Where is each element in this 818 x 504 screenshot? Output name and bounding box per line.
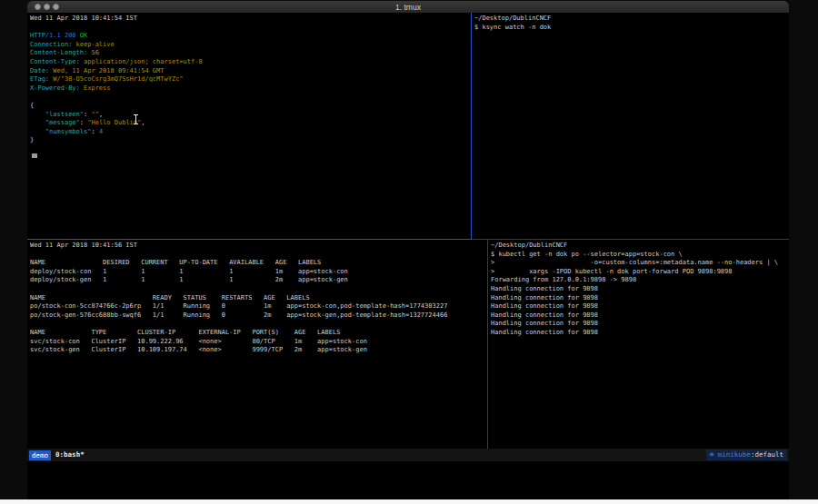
pane-timestamp: Wed 11 Apr 2018 10:41:56 IST	[30, 242, 487, 251]
pane-divider-vertical-bottom[interactable]	[487, 240, 488, 449]
deploy-table-row: deploy/stock-con 1 1 1 1 1m app=stock-co…	[30, 268, 487, 277]
window-titlebar[interactable]: 1. tmux	[27, 1, 789, 13]
svc-table-row: svc/stock-con ClusterIP 10.99.222.96 <no…	[30, 338, 487, 347]
kube-namespace: :default	[751, 450, 783, 459]
session-name-badge: demo	[29, 450, 51, 460]
desktop: 1. tmux Wed 11 Apr 2018 10:41:54 IST HTT…	[0, 0, 818, 504]
connection-line: Handling connection for 9898	[491, 311, 789, 321]
pod-table-row: po/stock-gen-576cc688bb-swqf6 1/1 Runnin…	[30, 311, 487, 321]
status-left: demo 0:bash*	[29, 449, 85, 461]
cwd-line: ~/Desktop/DublinCNCF	[491, 242, 789, 251]
pod-table-header: NAME READY STATUS RESTARTS AGE LABELS	[30, 294, 487, 303]
kube-context: minikube	[718, 450, 751, 459]
svc-table-header: NAME TYPE CLUSTER-IP EXTERNAL-IP PORT(S)…	[30, 329, 487, 338]
kubernetes-icon: ☸	[710, 450, 714, 459]
http-header: ETag: W/"38-O5coCsrg3mQ7SsHr1d/qcMTwYZc"	[30, 75, 471, 84]
status-right: ☸ minikube:default	[706, 450, 787, 460]
terminal-window: 1. tmux Wed 11 Apr 2018 10:41:54 IST HTT…	[27, 1, 789, 499]
pane-kubectl-resources[interactable]: Wed 11 Apr 2018 10:41:56 IST NAME DESIRE…	[27, 240, 487, 449]
pane-timestamp: Wed 11 Apr 2018 10:41:54 IST	[30, 15, 471, 24]
tmux-status-bar: demo 0:bash* ☸ minikube:default	[27, 449, 789, 461]
forwarding-line: Forwarding from 127.0.0.1:9898 -> 9898	[491, 276, 789, 285]
deploy-table-header: NAME DESIRED CURRENT UP-TO-DATE AVAILABL…	[30, 259, 487, 268]
pane-divider-horizontal[interactable]	[472, 239, 789, 240]
pane-ksync[interactable]: ~/Desktop/DublinCNCF $ ksync watch -n do…	[472, 13, 789, 239]
http-header: X-Powered-By: Express	[30, 84, 471, 94]
page-bottom-strip	[0, 499, 818, 504]
pod-table-row: po/stock-con-5cc874766c-2p6rp 1/1 Runnin…	[30, 302, 487, 311]
json-brace-close: }	[30, 136, 471, 145]
deploy-table-row: deploy/stock-gen 1 1 1 1 2m app=stock-ge…	[30, 276, 487, 285]
pane-http-response[interactable]: Wed 11 Apr 2018 10:41:54 IST HTTP/1.1 20…	[27, 13, 471, 239]
http-status-line: HTTP/1.1 200 OK	[30, 32, 471, 41]
http-header: Connection: keep-alive	[30, 41, 471, 50]
mouse-ibeam-cursor	[133, 114, 139, 124]
http-header: Date: Wed, 11 Apr 2018 09:41:54 GMT	[30, 67, 471, 76]
command-line: $ ksync watch -n dok	[474, 24, 789, 33]
cwd-line: ~/Desktop/DublinCNCF	[474, 15, 789, 24]
json-brace-open: {	[30, 102, 471, 111]
json-field-message: "message": "Hello Dublin",	[30, 119, 471, 128]
connection-line: Handling connection for 9898	[491, 285, 789, 294]
http-header: Content-Type: application/json; charset=…	[30, 58, 471, 67]
connection-line: Handling connection for 9898	[491, 302, 789, 311]
command-continuation: > -o=custom-columns=:metadata.name --no-…	[491, 259, 789, 268]
command-continuation: > xargs -IPOD kubectl -n dok port-forwar…	[491, 268, 789, 277]
tmux-window-tab[interactable]: 0:bash*	[55, 449, 85, 461]
json-field-lastseen: "lastseen": "",	[30, 111, 471, 120]
connection-line: Handling connection for 9898	[491, 294, 789, 303]
pane-divider-vertical-top[interactable]	[471, 13, 472, 240]
terminal-block-cursor	[32, 153, 37, 158]
window-title: 1. tmux	[27, 3, 789, 12]
command-line: $ kubectl get -n dok po --selector=app=s…	[491, 251, 789, 260]
pane-divider-horizontal-active[interactable]	[27, 239, 471, 240]
svc-table-row: svc/stock-gen ClusterIP 10.109.197.74 <n…	[30, 346, 487, 355]
json-field-numsymbols: "numsymbols": 4	[30, 128, 471, 137]
pane-port-forward[interactable]: ~/Desktop/DublinCNCF $ kubectl get -n do…	[488, 240, 789, 449]
connection-line: Handling connection for 9898	[491, 329, 789, 338]
connection-line: Handling connection for 9898	[491, 320, 789, 329]
http-header: Content-Length: 56	[30, 49, 471, 58]
